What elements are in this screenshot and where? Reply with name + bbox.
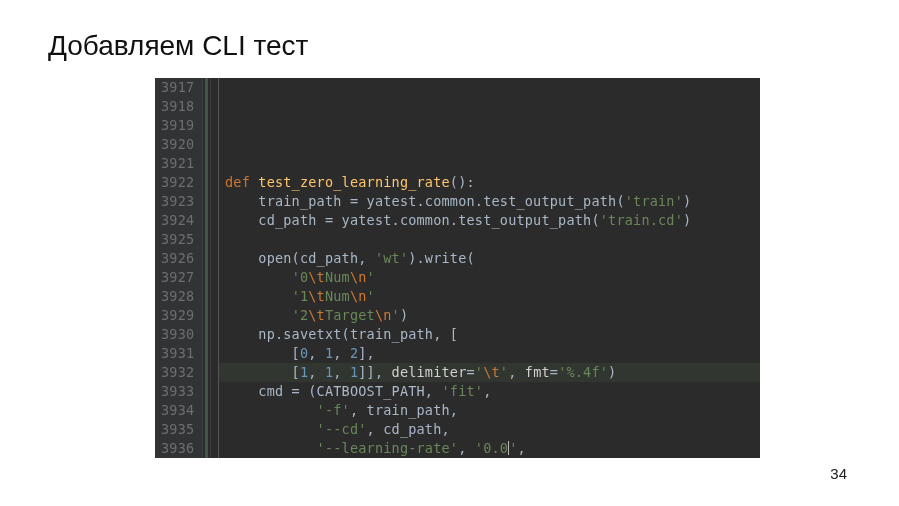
code-area: def test_zero_learning_rate(): train_pat… xyxy=(219,78,760,458)
line-number-gutter: 3917391839193920392139223923392439253926… xyxy=(155,78,203,458)
code-line xyxy=(225,154,754,173)
code-line: [1, 1, 1]], delimiter='\t', fmt='%.4f') xyxy=(225,363,754,382)
code-editor: 3917391839193920392139223923392439253926… xyxy=(155,78,760,458)
code-line: cd_path = yatest.common.test_output_path… xyxy=(225,211,754,230)
line-number: 3932 xyxy=(161,363,194,382)
line-number: 3929 xyxy=(161,306,194,325)
code-line: '2\tTarget\n') xyxy=(225,306,754,325)
line-number: 3927 xyxy=(161,268,194,287)
code-line: '-f', train_path, xyxy=(225,401,754,420)
line-number: 3921 xyxy=(161,154,194,173)
code-line: '--cd', cd_path, xyxy=(225,420,754,439)
line-number: 3935 xyxy=(161,420,194,439)
line-number: 3919 xyxy=(161,116,194,135)
code-line: np.savetxt(train_path, [ xyxy=(225,325,754,344)
slide: Добавляем CLI тест 391739183919392039213… xyxy=(0,0,899,506)
line-number: 3917 xyxy=(161,78,194,97)
line-number: 3923 xyxy=(161,192,194,211)
line-number: 3924 xyxy=(161,211,194,230)
line-number: 3925 xyxy=(161,230,194,249)
code-line: [0, 1, 2], xyxy=(225,344,754,363)
line-number: 3922 xyxy=(161,173,194,192)
vcs-change-bar xyxy=(205,78,208,458)
code-line: '--learning-rate', '0.0', xyxy=(225,439,754,458)
code-line: '0\tNum\n' xyxy=(225,268,754,287)
line-number: 3918 xyxy=(161,97,194,116)
code-line: cmd = (CATBOOST_PATH, 'fit', xyxy=(225,382,754,401)
slide-title: Добавляем CLI тест xyxy=(48,30,308,62)
line-number: 3933 xyxy=(161,382,194,401)
code-line: def test_zero_learning_rate(): xyxy=(225,173,754,192)
line-number: 3934 xyxy=(161,401,194,420)
code-line: train_path = yatest.common.test_output_p… xyxy=(225,192,754,211)
line-number: 3936 xyxy=(161,439,194,458)
code-line xyxy=(225,230,754,249)
line-number: 3930 xyxy=(161,325,194,344)
line-number: 3920 xyxy=(161,135,194,154)
page-number: 34 xyxy=(830,465,847,482)
code-line: '1\tNum\n' xyxy=(225,287,754,306)
line-number: 3931 xyxy=(161,344,194,363)
line-number: 3928 xyxy=(161,287,194,306)
code-line: open(cd_path, 'wt').write( xyxy=(225,249,754,268)
line-number: 3926 xyxy=(161,249,194,268)
